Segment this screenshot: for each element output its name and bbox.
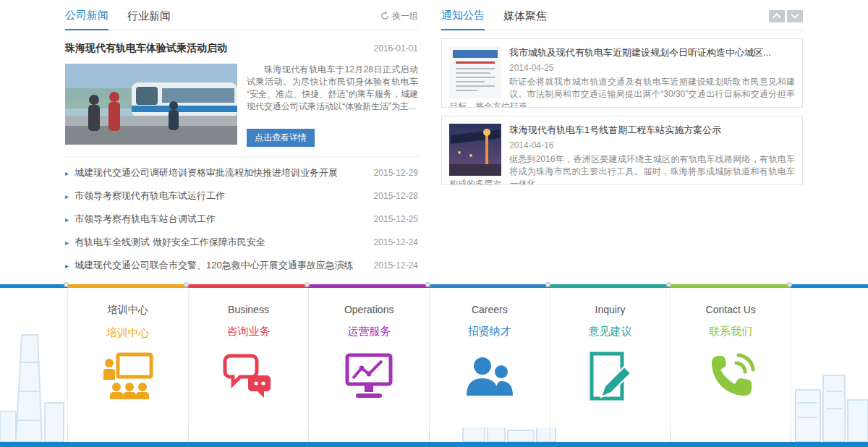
notice-thumbnail-station — [449, 124, 501, 176]
tick-cell — [309, 427, 430, 442]
service-title-zh: 招贤纳才 — [430, 325, 550, 339]
service-title-top: 培训中心 — [68, 304, 188, 317]
news-item-title: 有轨电车全线测试 做好安全工作保障市民安全 — [75, 236, 374, 249]
timeline-edge — [791, 284, 868, 288]
timeline-bar — [0, 284, 868, 288]
service-title-zh: 运营服务 — [309, 325, 429, 339]
chevron-up-icon — [773, 13, 781, 19]
featured-news-header: 珠海现代有轨电车体验试乘活动启动 2016-01-01 — [65, 42, 418, 55]
timeline-dot — [184, 282, 189, 287]
service-title-top: Inquiry — [550, 304, 671, 315]
tab-notices[interactable]: 通知公告 — [441, 9, 485, 30]
bullet-arrow-icon: ▸ — [65, 262, 69, 270]
featured-news-body: 珠海现代有轨电车于12月28日正式启动试乘活动。为尽快让市民切身体验有轨电车“安… — [65, 64, 418, 157]
view-details-button[interactable]: 点击查看详情 — [247, 129, 315, 147]
notice-scroll-buttons — [769, 10, 803, 22]
tick-cell — [68, 427, 189, 442]
news-item-date: 2015-12-24 — [374, 260, 418, 271]
service-card-operations[interactable]: Operations 运营服务 — [309, 288, 430, 427]
service-card-training[interactable]: 培训中心 培训中心 — [68, 288, 189, 427]
bullet-arrow-icon: ▸ — [65, 239, 69, 247]
scroll-up-button[interactable] — [769, 10, 785, 22]
news-item-date: 2015-12-25 — [374, 214, 418, 224]
timeline-segment — [429, 284, 550, 288]
timeline-dot — [64, 282, 69, 287]
tick-cell — [430, 427, 550, 442]
tab-company-news[interactable]: 公司新闻 — [65, 9, 109, 30]
news-item-date: 2015-12-28 — [374, 191, 418, 201]
news-list-item[interactable]: ▸ 市领导考察有轨电车站台调试工作 2015-12-25 — [65, 208, 418, 231]
timeline-dot — [305, 282, 310, 287]
tab-industry-news[interactable]: 行业新闻 — [127, 9, 171, 30]
tick-cell — [550, 427, 671, 442]
notice-title[interactable]: 我市城轨及现代有轨电车近期建设规划今日听证构造中心城区... — [509, 46, 795, 59]
tick-cell — [189, 427, 310, 442]
timeline-segment — [308, 284, 429, 288]
timeline-segment — [550, 284, 671, 288]
news-list-item[interactable]: ▸ 有轨电车全线测试 做好安全工作保障市民安全 2015-12-24 — [65, 231, 418, 254]
timeline-dot — [425, 282, 430, 287]
notice-card[interactable]: 珠海现代有轨电车1号线首期工程车站实施方案公示 2014-04-16 据悉到20… — [441, 116, 803, 185]
news-item-date: 2015-12-24 — [374, 237, 418, 247]
timeline-segment — [188, 284, 309, 288]
notice-section: 通知公告 媒体聚焦 — [441, 9, 803, 185]
tick-cell — [671, 427, 791, 442]
news-list-item[interactable]: ▸ 城建现代交通公司调研培训资格审批流程加快推进培训业务开展 2015-12-2… — [65, 161, 418, 184]
change-group-label: 换一组 — [392, 10, 418, 22]
service-title-top: Operations — [309, 304, 429, 315]
timeline-dot — [787, 282, 792, 287]
contact-phone-icon — [671, 349, 791, 404]
featured-news-title[interactable]: 珠海现代有轨电车体验试乘活动启动 — [65, 42, 227, 55]
operations-monitor-icon — [309, 349, 429, 404]
bullet-arrow-icon: ▸ — [65, 216, 69, 224]
news-list-item[interactable]: ▸ 城建现代交通公司联合市交警、120急救中心开展交通事故应急演练 2015-1… — [65, 254, 418, 277]
careers-people-icon — [430, 349, 550, 404]
scroll-down-button[interactable] — [787, 10, 803, 22]
news-item-title: 城建现代交通公司联合市交警、120急救中心开展交通事故应急演练 — [75, 259, 374, 272]
homepage: 公司新闻 行业新闻 换一组 珠海现代有轨电车体验试乘活动启动 2016-01-0… — [0, 0, 868, 447]
tab-media-focus[interactable]: 媒体聚焦 — [503, 9, 547, 30]
service-title-zh: 培训中心 — [68, 326, 188, 340]
news-item-title: 城建现代交通公司调研培训资格审批流程加快推进培训业务开展 — [75, 166, 374, 179]
featured-news-image[interactable] — [65, 64, 237, 145]
service-title-top: Contact Us — [671, 304, 791, 315]
column-tick-strip — [67, 427, 791, 442]
news-section: 公司新闻 行业新闻 换一组 珠海现代有轨电车体验试乘活动启动 2016-01-0… — [65, 9, 418, 277]
service-columns: 培训中心 培训中心 Bu — [67, 288, 791, 427]
inquiry-pencil-icon — [550, 349, 671, 404]
consult-chat-icon — [189, 349, 309, 404]
service-title-zh: 联系我们 — [671, 325, 791, 339]
featured-news-date: 2016-01-01 — [374, 43, 418, 54]
change-group-button[interactable]: 换一组 — [380, 10, 418, 22]
bullet-arrow-icon: ▸ — [65, 192, 69, 200]
news-list-item[interactable]: ▸ 市领导考察现代有轨电车试运行工作 2015-12-28 — [65, 184, 418, 208]
timeline-dot — [545, 282, 550, 287]
service-title-top: Careers — [430, 304, 550, 315]
timeline-segment — [67, 284, 188, 288]
service-title-zh: 意见建议 — [550, 325, 671, 339]
training-presentation-icon — [68, 351, 188, 406]
notice-tab-row: 通知公告 媒体聚焦 — [441, 9, 803, 30]
notice-card[interactable]: 我市城轨及现代有轨电车近期建设规划今日听证构造中心城区... 2014-04-2… — [441, 38, 803, 108]
bullet-arrow-icon: ▸ — [65, 169, 69, 177]
service-title-zh: 咨询业务 — [189, 325, 309, 339]
service-card-inquiry[interactable]: Inquiry 意见建议 — [550, 288, 671, 427]
timeline-segment — [670, 284, 791, 288]
service-card-business[interactable]: Business 咨询业务 — [189, 288, 310, 427]
refresh-icon — [380, 12, 389, 20]
service-card-contact[interactable]: Contact Us 联系我们 — [671, 288, 791, 427]
news-item-title: 市领导考察有轨电车站台调试工作 — [75, 213, 374, 226]
timeline-dot — [666, 282, 671, 287]
featured-news-text: 珠海现代有轨电车于12月28日正式启动试乘活动。为尽快让市民切身体验有轨电车“安… — [247, 64, 418, 147]
service-title-top: Business — [189, 304, 309, 315]
notice-title[interactable]: 珠海现代有轨电车1号线首期工程车站实施方案公示 — [509, 124, 795, 137]
timeline-edge — [0, 284, 67, 288]
service-card-careers[interactable]: Careers 招贤纳才 — [430, 288, 550, 427]
featured-news-excerpt: 珠海现代有轨电车于12月28日正式启动试乘活动。为尽快让市民切身体验有轨电车“安… — [247, 64, 418, 125]
news-item-date: 2015-12-29 — [374, 168, 418, 178]
news-list: ▸ 城建现代交通公司调研培训资格审批流程加快推进培训业务开展 2015-12-2… — [65, 161, 418, 277]
news-tab-row: 公司新闻 行业新闻 换一组 — [65, 9, 418, 30]
chevron-down-icon — [791, 13, 799, 19]
notice-thumbnail-document — [449, 46, 501, 98]
news-item-title: 市领导考察现代有轨电车试运行工作 — [75, 190, 374, 203]
